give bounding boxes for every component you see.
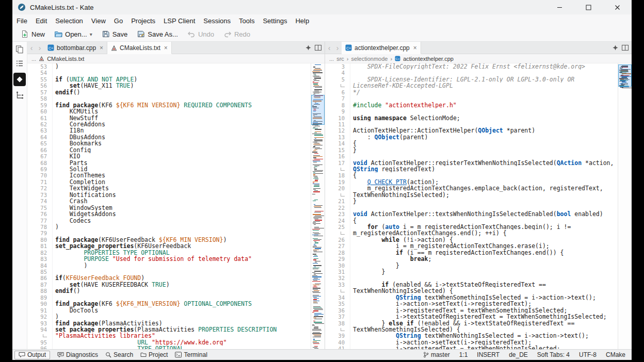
code-line[interactable]: 30 }	[325, 262, 618, 269]
line-number[interactable]: 15	[325, 147, 350, 153]
output-toggle[interactable]: Output	[14, 351, 50, 359]
code-text[interactable]: QString textWhenNothingIsSelected = i->a…	[350, 333, 618, 339]
code-text[interactable]: using namespace SelectionMode;	[350, 115, 618, 121]
minimap-viewport-handle[interactable]	[311, 95, 325, 125]
line-number[interactable]: 70	[27, 172, 53, 178]
code-line[interactable]: 88endif()	[27, 288, 311, 294]
code-line[interactable]: 24{	[325, 218, 618, 224]
breadcrumb-part-selectionmode[interactable]: selectionmode	[351, 56, 388, 62]
code-line[interactable]: 3 SPDX-FileCopyrightText: 2022 Felix Ern…	[325, 63, 618, 70]
code-line[interactable]: 91 DocTools	[27, 307, 311, 314]
code-line[interactable]: 75 WindowSystem	[27, 205, 311, 211]
code-text[interactable]: DBusAddons	[53, 134, 311, 140]
line-number[interactable]: 84	[27, 262, 53, 269]
code-text[interactable]: i->registeredText = textWhenSomethingIsS…	[350, 307, 618, 314]
highlight-mode-status[interactable]: CMake	[606, 351, 625, 358]
code-line[interactable]: 40 i->action->setText(i->registeredText)…	[325, 339, 618, 345]
code-text[interactable]: Completion	[53, 179, 311, 185]
code-text[interactable]: DocTools	[53, 307, 311, 314]
code-text[interactable]: find_package(KF6 ${KF6_MIN_VERSION} REQU…	[53, 102, 311, 108]
line-number[interactable]: 34	[325, 294, 350, 301]
line-number[interactable]: 75	[27, 205, 53, 211]
line-number[interactable]: 64	[27, 134, 53, 140]
tab-forward-icon[interactable]: ›	[36, 42, 44, 54]
line-number[interactable]: 39	[325, 333, 350, 339]
line-number[interactable]: 36	[325, 307, 350, 314]
dictionary-status[interactable]: de_DE	[509, 351, 528, 358]
code-line[interactable]: 93find_package(PlasmaActivities)	[27, 320, 311, 326]
save-button[interactable]: Save	[98, 28, 132, 40]
line-number[interactable]: 26	[325, 237, 350, 243]
code-text[interactable]: set_package_properties(PlasmaActivities …	[53, 326, 311, 333]
code-line[interactable]: 69 Solid	[27, 166, 311, 172]
code-text[interactable]: TextWhenSomethingIsSelected) {	[350, 326, 618, 333]
code-line[interactable]: 59find_package(KF6 ${KF6_MIN_VERSION} RE…	[27, 102, 311, 108]
line-number[interactable]: 57	[27, 89, 53, 95]
code-text[interactable]: }	[350, 269, 618, 275]
code-line[interactable]: 18{	[325, 172, 618, 178]
code-text[interactable]	[350, 95, 618, 102]
code-line[interactable]: 66 Config	[27, 147, 311, 153]
redo-button[interactable]: Redo	[219, 28, 254, 40]
code-text[interactable]: : QObject(parent)	[350, 134, 618, 140]
code-text[interactable]: LicenseRef-KDE-Accepted-LGPL	[350, 83, 618, 89]
code-text[interactable]: find_package(KF6 ${KF6_MIN_VERSION} OPTI…	[53, 301, 311, 307]
code-line[interactable]: 12ActionTextHelper::ActionTextHelper(QOb…	[325, 127, 618, 134]
code-line[interactable]: 27 i = m_registeredActionTextChanges.era…	[325, 243, 618, 249]
line-number[interactable]: 96	[27, 345, 53, 349]
tab-mode-status[interactable]: Soft Tabs: 4	[537, 351, 570, 358]
code-line[interactable]: 33 if (enabled && i->textStateOfRegister…	[325, 282, 618, 288]
line-number[interactable]: 5	[325, 76, 350, 83]
line-number[interactable]: 20	[325, 185, 350, 191]
code-line[interactable]: "PlasmaActivities libraries"	[27, 333, 311, 339]
code-text[interactable]: endif()	[53, 89, 311, 95]
line-number[interactable]: 83	[27, 256, 53, 262]
code-text[interactable]: Crash	[53, 198, 311, 204]
code-line[interactable]: 63 I18n	[27, 127, 311, 134]
code-line[interactable]: 72 TextWidgets	[27, 185, 311, 191]
line-number[interactable]: 66	[27, 147, 53, 153]
menu-item-help[interactable]: Help	[291, 15, 313, 26]
menu-item-tools[interactable]: Tools	[235, 15, 259, 26]
line-number[interactable]: 21	[325, 198, 350, 204]
code-line[interactable]: 15}	[325, 147, 618, 153]
line-number[interactable]: 68	[27, 160, 53, 166]
code-text[interactable]: TextWidgets	[53, 185, 311, 191]
close-icon[interactable]: ×	[164, 44, 168, 52]
code-line[interactable]: 61 NewStuff	[27, 115, 311, 121]
code-text[interactable]: {	[350, 140, 618, 146]
line-number[interactable]: 89	[27, 294, 53, 301]
code-text[interactable]: endif()	[53, 288, 311, 294]
code-line[interactable]: 31 }	[325, 269, 618, 275]
line-number[interactable]: 17	[325, 160, 350, 166]
code-line[interactable]: 81set_package_properties(KF6UserFeedback	[27, 243, 311, 249]
line-number[interactable]: 22	[325, 205, 350, 211]
code-text[interactable]	[350, 153, 618, 159]
code-text[interactable]: URL "https://www.kde.org"	[53, 339, 311, 345]
tab-back-icon[interactable]: ‹	[325, 42, 333, 54]
code-line[interactable]: 37 i->textStateOfRegisteredText = TextWh…	[325, 314, 618, 320]
code-text[interactable]: set_package_properties(KF6UserFeedback	[53, 243, 311, 249]
line-number[interactable]: 71	[27, 179, 53, 185]
code-line[interactable]: 26 while (!i->action) {	[325, 237, 618, 243]
open-button[interactable]: Open... ▾	[50, 28, 96, 40]
menu-item-view[interactable]: View	[87, 15, 110, 26]
code-text[interactable]: void ActionTextHelper::registerTextWhenN…	[350, 160, 618, 166]
line-number[interactable]: 59	[27, 102, 53, 108]
line-number[interactable]: 10	[325, 115, 350, 121]
code-line[interactable]: 38 } else if (!enabled && i->textStateOf…	[325, 320, 618, 326]
code-text[interactable]: {	[350, 172, 618, 178]
sidebar-documents-button[interactable]	[15, 45, 24, 54]
code-line[interactable]: 74 Crash	[27, 198, 311, 204]
code-line[interactable]: TextWhenNothingIsSelected) {	[325, 288, 618, 294]
quick-actions-icon[interactable]	[305, 45, 311, 51]
line-number[interactable]: 37	[325, 314, 350, 320]
code-text[interactable]: i = m_registeredActionTextChanges.erase(…	[350, 243, 618, 249]
code-text[interactable]: Solid	[53, 166, 311, 172]
line-number[interactable]: 38	[325, 320, 350, 326]
code-line[interactable]: 34 QString textWhenSomethingIsSelected =…	[325, 294, 618, 301]
code-line[interactable]: 70 IconThemes	[27, 172, 311, 178]
code-text[interactable]: )	[53, 314, 311, 320]
line-number[interactable]: 67	[27, 153, 53, 159]
code-line[interactable]: 6*/	[325, 89, 618, 95]
